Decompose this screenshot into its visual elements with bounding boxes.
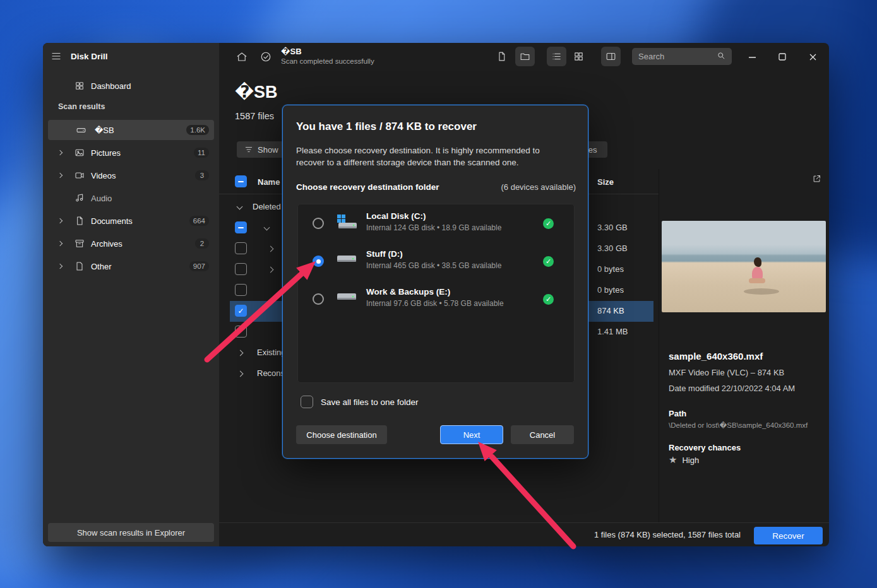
dialog-title: You have 1 files / 874 KB to recover (296, 121, 477, 133)
drive-row-local-disk-c[interactable]: Local Disk (C:) Internal 124 GB disk • 1… (298, 204, 575, 242)
chevron-right-icon[interactable] (57, 173, 63, 178)
show-in-explorer-button[interactable]: Show scan results in Explorer (48, 523, 214, 542)
select-all-checkbox[interactable] (235, 175, 247, 187)
home-icon[interactable] (236, 51, 248, 62)
selection-summary: 1 files (874 KB) selected, 1587 files to… (594, 530, 741, 539)
row-checkbox[interactable] (235, 284, 247, 296)
name-column-header[interactable]: Name (258, 177, 280, 187)
star-icon: ★ (669, 454, 677, 466)
sidebar-item-archives[interactable]: Archives 2 (48, 233, 214, 254)
row-checkbox[interactable] (235, 242, 247, 254)
sidebar-item-documents[interactable]: Documents 664 (48, 211, 214, 231)
open-external-icon[interactable] (812, 174, 821, 184)
scan-results-section-label: Scan results (58, 102, 105, 111)
list-view-button[interactable] (547, 47, 566, 66)
close-button[interactable] (805, 50, 820, 64)
sidebar-item-label: Archives (91, 239, 122, 249)
files-summary: 1587 files (235, 111, 274, 121)
path-label: Path (669, 409, 686, 418)
drive-name: Stuff (D:) (366, 249, 403, 259)
row-checkbox[interactable] (235, 263, 247, 275)
scan-complete-icon[interactable] (260, 51, 271, 62)
drive-ok-icon: ✓ (543, 256, 554, 267)
count-badge: 664 (189, 216, 209, 226)
dashboard-grid-icon (75, 81, 85, 91)
drive-name: Work & Backups (E:) (366, 287, 450, 297)
disk-drill-window: Disk Drill Dashboard Scan results �SB 1.… (43, 43, 829, 546)
next-button[interactable]: Next (440, 425, 503, 444)
size-column-header[interactable]: Size (597, 177, 614, 187)
sidebar-item-audio[interactable]: Audio (48, 188, 214, 208)
cancel-button[interactable]: Cancel (511, 425, 574, 444)
videos-icon (75, 170, 85, 180)
recovery-chances-label: Recovery chances (669, 443, 741, 452)
archives-icon (75, 238, 85, 249)
chevron-right-icon[interactable] (237, 371, 244, 377)
radio-button[interactable] (313, 218, 324, 229)
details-panel: sample_640x360.mxf MXF Video File (VLC) … (659, 169, 829, 522)
count-badge: 2 (195, 238, 209, 249)
recover-button[interactable]: Recover (754, 527, 823, 544)
chevron-down-icon[interactable] (237, 204, 243, 210)
filter-icon (244, 145, 253, 154)
drive-icon (336, 293, 357, 305)
chevron-right-icon[interactable] (268, 246, 274, 252)
chevron-right-icon[interactable] (57, 241, 63, 246)
drive-ok-icon: ✓ (543, 294, 554, 305)
chevron-right-icon[interactable] (57, 150, 63, 155)
sidebar-item-label: Pictures (91, 148, 121, 158)
sidebar-item-label: �SB (95, 126, 114, 135)
minimize-button[interactable] (744, 50, 760, 64)
chevron-right-icon[interactable] (57, 218, 63, 223)
chevron-right-icon[interactable] (268, 267, 274, 273)
chevron-right-icon[interactable] (237, 350, 244, 356)
pictures-icon (75, 148, 85, 158)
sidebar-item-pictures[interactable]: Pictures 11 (48, 143, 214, 163)
sidebar-item-other[interactable]: Other 907 (48, 256, 214, 276)
grid-view-icon[interactable] (573, 51, 584, 62)
choose-destination-button[interactable]: Choose destination (296, 425, 387, 444)
count-badge: 11 (194, 148, 209, 158)
drive-name: Local Disk (C:) (366, 211, 426, 221)
chevron-right-icon[interactable] (57, 264, 63, 269)
sidebar-item-videos[interactable]: Videos 3 (48, 165, 214, 185)
statusbar: 1 files (874 KB) selected, 1587 files to… (219, 522, 829, 546)
other-files-icon (75, 261, 85, 271)
show-filter-button[interactable]: Show (237, 141, 286, 158)
count-badge: 907 (189, 261, 209, 271)
sidebar-item-label: Dashboard (91, 81, 131, 91)
path-value: \Deleted or lost\�SB\sample_640x360.mxf (669, 421, 823, 430)
drive-row-work-backups-e[interactable]: Work & Backups (E:) Internal 97.6 GB dis… (298, 280, 575, 318)
radio-button[interactable] (313, 293, 324, 305)
titlebar-session-subtitle: Scan completed successfully (281, 57, 374, 65)
sidebar-item-label: Other (91, 262, 112, 271)
sidebar-item-dashboard[interactable]: Dashboard (48, 76, 214, 96)
app-name: Disk Drill (71, 52, 108, 61)
sidebar-item-label: Audio (91, 194, 112, 203)
row-checkbox-checked[interactable] (235, 305, 247, 317)
drive-row-stuff-d[interactable]: Stuff (D:) Internal 465 GB disk • 38.5 G… (298, 242, 575, 280)
side-panel-button[interactable] (601, 47, 621, 66)
row-checkbox[interactable] (235, 221, 247, 233)
hamburger-menu-icon[interactable] (51, 50, 62, 62)
drive-ok-icon: ✓ (543, 218, 554, 229)
chevron-down-icon[interactable] (264, 225, 270, 231)
maximize-button[interactable] (775, 50, 790, 64)
devices-available-label: (6 devices available) (501, 182, 576, 192)
save-all-label: Save all files to one folder (321, 397, 419, 407)
search-icon (717, 51, 726, 62)
destination-folder-label: Choose recovery destination folder (296, 182, 439, 192)
preview-date-modified: Date modified 22/10/2022 4:04 AM (669, 384, 795, 393)
local-disk-icon (336, 214, 357, 233)
file-list-icon[interactable] (496, 51, 507, 62)
preview-filename: sample_640x360.mxf (669, 351, 763, 362)
sidebar: Disk Drill Dashboard Scan results �SB 1.… (43, 43, 219, 546)
radio-button-selected[interactable] (313, 256, 324, 267)
save-all-checkbox[interactable] (301, 396, 313, 408)
drive-list: Local Disk (C:) Internal 124 GB disk • 1… (297, 204, 575, 383)
row-checkbox[interactable] (235, 326, 247, 338)
drive-icon (76, 125, 87, 136)
page-title: �SB (235, 82, 278, 102)
sidebar-item-scan-drive[interactable]: �SB 1.6K (48, 120, 214, 140)
folder-view-button[interactable] (515, 47, 535, 66)
